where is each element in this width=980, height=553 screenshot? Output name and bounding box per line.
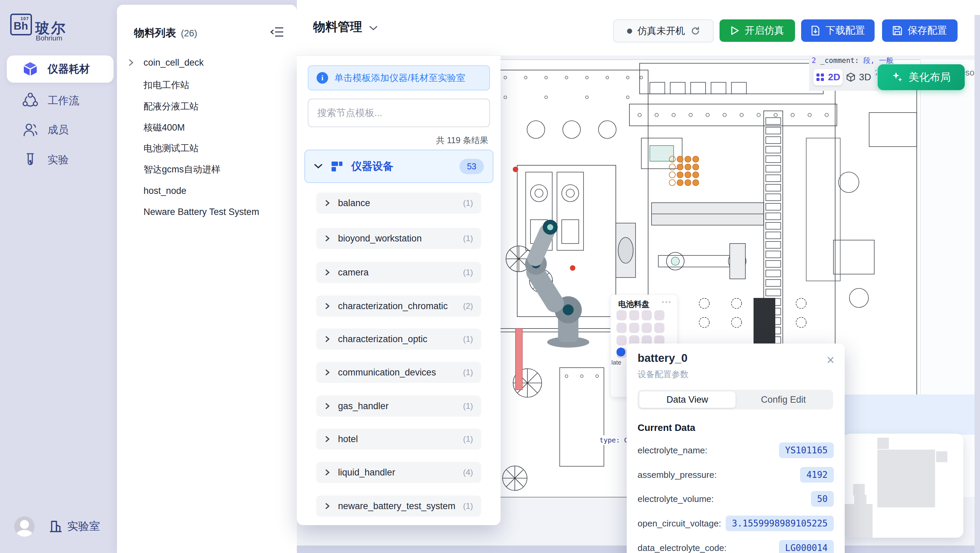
material-item-label: coin_cell_deck <box>143 57 204 68</box>
play-icon <box>730 26 739 35</box>
template-item-balance[interactable]: balance(1) <box>316 193 481 214</box>
chevron-right-icon <box>325 235 331 242</box>
lab-entry[interactable]: 实验室 <box>49 519 100 534</box>
value-badge: LG000014 <box>779 540 834 553</box>
material-item-label: 智达gcms自动进样 <box>143 163 221 175</box>
material-item-label: Neware Battery Test System <box>143 207 259 217</box>
chevron-right-icon <box>325 336 331 343</box>
material-item[interactable]: 扣电工作站 <box>127 77 303 93</box>
value-badge: 4192 <box>800 467 834 483</box>
cube-3d-icon <box>846 72 856 82</box>
material-item[interactable]: Neware Battery Test System <box>127 204 303 220</box>
code-value: 段, 一般为空, stat <box>863 56 894 65</box>
test-tube-icon <box>22 152 38 168</box>
info-icon: i <box>317 72 328 84</box>
tray-menu-icon[interactable]: ••• <box>662 298 672 306</box>
toggle-3d[interactable]: 3D <box>844 69 873 85</box>
chevron-right-icon <box>325 200 331 206</box>
data-row-electrolyte-volume: electrolyte_volume: 50 <box>638 490 834 508</box>
sidebar-item-instruments[interactable]: 仪器耗材 <box>7 56 114 83</box>
template-item-communication-devices[interactable]: communication_devices(1) <box>316 362 481 383</box>
brand-subtitle: Bohrium <box>36 34 62 42</box>
material-item-label: 电池测试工站 <box>143 142 199 155</box>
materials-count: (26) <box>181 28 197 38</box>
results-count: 共 119 条结果 <box>436 135 488 146</box>
template-item-camera[interactable]: camera(1) <box>316 262 481 283</box>
template-panel: i 单击模板添加仪器/耗材至实验室 共 119 条结果 仪器设备 53 bala… <box>297 56 501 525</box>
simulation-status-chip[interactable]: 仿真未开机 <box>613 19 714 43</box>
chevron-right-icon <box>325 403 331 410</box>
material-item[interactable]: 电池测试工站 <box>127 140 303 156</box>
refresh-icon[interactable] <box>690 26 700 36</box>
selected-battery-slot[interactable] <box>617 347 625 356</box>
code-key: _comment: <box>820 56 859 65</box>
user-avatar[interactable] <box>14 516 35 537</box>
chevron-right-icon <box>325 303 331 309</box>
material-item[interactable]: 智达gcms自动进样 <box>127 161 303 177</box>
page-header: 物料管理 仿真未开机 开启仿真 下载配置 保存配置 <box>297 0 980 56</box>
popup-subtitle: 设备配置参数 <box>638 369 689 380</box>
template-item-characterization-optic[interactable]: characterization_optic(1) <box>316 328 481 350</box>
cube-icon <box>22 61 38 77</box>
collapse-panel-icon[interactable] <box>270 26 284 38</box>
toggle-2d[interactable]: 2D <box>813 69 843 85</box>
page-title: 物料管理 <box>313 19 362 35</box>
workflow-icon <box>22 93 38 108</box>
sidebar-item-workflow[interactable]: 工作流 <box>7 87 114 114</box>
close-icon[interactable]: × <box>827 353 834 367</box>
beautify-layout-button[interactable]: 美化布局 <box>878 64 965 90</box>
hint-text: 单击模板添加仪器/耗材至实验室 <box>334 72 466 84</box>
category-grid-icon <box>331 160 343 172</box>
battery-tray-title: 电池料盘 <box>618 299 649 309</box>
material-item-label: 配液分液工站 <box>143 100 199 113</box>
category-instruments[interactable]: 仪器设备 53 <box>304 150 493 183</box>
save-icon <box>892 26 902 35</box>
sidebar-item-experiments[interactable]: 实验 <box>7 146 114 174</box>
chevron-right-icon <box>325 503 331 510</box>
clipped-plate-label: late <box>611 359 621 366</box>
material-item[interactable]: 核磁400M <box>127 120 303 136</box>
value-badge: 50 <box>811 491 834 507</box>
template-item-liquid-handler[interactable]: liquid_handler(4) <box>316 462 481 483</box>
save-config-button[interactable]: 保存配置 <box>882 19 958 42</box>
material-item[interactable]: 配液分液工站 <box>127 98 303 115</box>
sidebar-item-members[interactable]: 成员 <box>7 116 114 143</box>
template-item-gas-handler[interactable]: gas_handler(1) <box>316 395 481 417</box>
template-item-neware-battery-test-system[interactable]: neware_battery_test_system(1) <box>316 496 481 516</box>
tab-config-edit[interactable]: Config Edit <box>735 392 832 408</box>
chevron-down-icon <box>369 25 378 31</box>
start-simulation-button[interactable]: 开启仿真 <box>719 19 795 42</box>
tab-data-view[interactable]: Data View <box>639 392 735 408</box>
value-badge: 3.1559998989105225 <box>725 516 834 531</box>
materials-panel: 物料列表(26) coin_cell_deck 扣电工作站 配液分液工站 核磁4… <box>117 5 297 553</box>
category-count-badge: 53 <box>460 159 484 174</box>
chevron-right-icon <box>325 436 331 443</box>
value-badge: YS101165 <box>779 443 834 458</box>
selection-highlight-region <box>837 395 980 435</box>
template-item-hotel[interactable]: hotel(1) <box>316 429 481 449</box>
template-item-bioyond-workstation[interactable]: bioyond_workstation(1) <box>316 228 481 249</box>
chevron-right-icon <box>325 369 331 376</box>
search-input[interactable] <box>308 99 490 127</box>
data-row-assembly-pressure: assembly_pressure: 4192 <box>638 466 834 484</box>
material-item-coin-cell-deck[interactable]: coin_cell_deck <box>127 54 287 71</box>
hint-banner: i 单击模板添加仪器/耗材至实验室 <box>308 65 490 91</box>
template-item-characterization-chromatic[interactable]: characterization_chromatic(2) <box>316 296 481 317</box>
download-config-button[interactable]: 下载配置 <box>801 19 875 42</box>
material-item-label: 核磁400M <box>143 121 185 134</box>
minimap[interactable] <box>843 433 963 538</box>
sidebar-item-label: 成员 <box>48 123 69 137</box>
grid-2d-icon <box>816 73 825 81</box>
members-icon <box>22 122 38 138</box>
material-item[interactable]: host_node <box>127 183 303 199</box>
current-data-heading: Current Data <box>638 422 695 433</box>
logo-symbol: Bh <box>14 20 28 32</box>
page-title-dropdown[interactable]: 物料管理 <box>313 19 378 35</box>
view-mode-toggle: 2D 3D <box>811 67 875 88</box>
sidebar-item-label: 实验 <box>48 153 69 167</box>
materials-title: 物料列表(26) <box>134 26 197 40</box>
chevron-right-icon <box>127 59 139 66</box>
device-config-popup: battery_0 设备配置参数 × Data View Config Edit… <box>627 344 845 553</box>
material-item-label: host_node <box>143 186 186 196</box>
sidebar-footer: 实验室 <box>0 510 117 543</box>
